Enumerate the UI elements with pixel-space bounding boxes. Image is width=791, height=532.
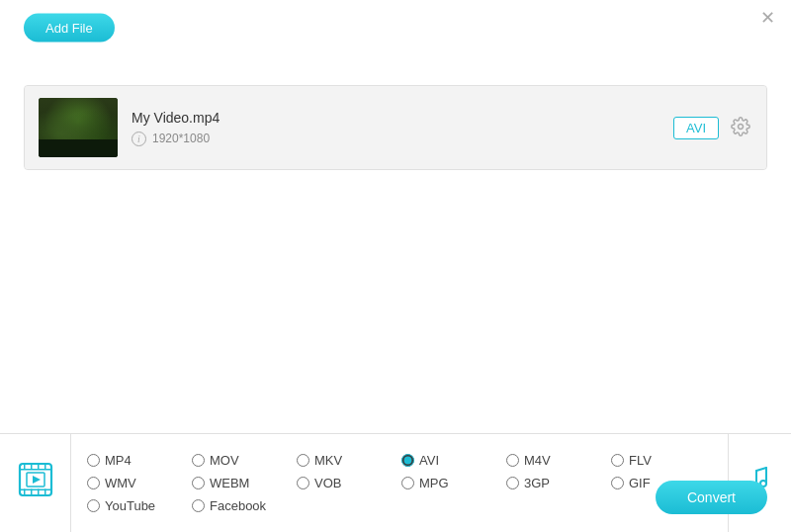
format-option-webm[interactable]: WEBM	[192, 476, 293, 490]
convert-button[interactable]: Convert	[656, 481, 767, 514]
main-content	[0, 170, 791, 457]
svg-rect-10	[38, 488, 40, 495]
format-option-3gp[interactable]: 3GP	[506, 476, 607, 490]
format-label-m4v: M4V	[524, 453, 551, 468]
format-label-vob: VOB	[314, 476, 341, 490]
format-label-3gp: 3GP	[524, 476, 550, 490]
format-label-gif: GIF	[629, 476, 651, 490]
file-info: My Video.mp4 i 1920*1080	[132, 110, 673, 146]
film-icon	[17, 461, 54, 506]
format-option-mov[interactable]: MOV	[192, 453, 293, 468]
format-option-youtube[interactable]: YouTube	[87, 498, 188, 513]
format-label-avi: AVI	[419, 453, 439, 468]
format-option-avi[interactable]: AVI	[401, 453, 502, 468]
format-badge[interactable]: AVI	[673, 117, 719, 139]
file-thumbnail	[39, 98, 118, 157]
format-label-mkv: MKV	[314, 453, 342, 468]
format-label-youtube: YouTube	[105, 498, 155, 513]
svg-rect-11	[44, 488, 46, 495]
file-name: My Video.mp4	[132, 110, 673, 126]
file-list: My Video.mp4 i 1920*1080 AVI	[24, 85, 767, 170]
format-label-wmv: WMV	[105, 476, 136, 490]
format-label-mpg: MPG	[419, 476, 449, 490]
file-resolution: 1920*1080	[152, 132, 210, 145]
info-icon: i	[132, 132, 146, 146]
svg-rect-8	[24, 488, 26, 495]
format-option-mp4[interactable]: MP4	[87, 453, 188, 468]
svg-rect-5	[31, 464, 33, 470]
format-icon-box	[0, 434, 71, 532]
file-actions: AVI	[673, 115, 752, 141]
format-option-facebook[interactable]: Facebook	[192, 498, 293, 513]
file-item: My Video.mp4 i 1920*1080 AVI	[25, 86, 766, 169]
title-bar: ✕	[0, 0, 791, 36]
format-option-wmv[interactable]: WMV	[87, 476, 188, 490]
format-label-facebook: Facebook	[210, 498, 266, 513]
format-options: MP4 MOV MKV AVI M4V FLV WMV WEBM	[71, 443, 728, 523]
format-option-m4v[interactable]: M4V	[506, 453, 607, 468]
svg-point-0	[739, 124, 744, 129]
svg-marker-13	[33, 476, 41, 484]
format-label-webm: WEBM	[210, 476, 249, 490]
format-label-flv: FLV	[629, 453, 652, 468]
svg-rect-6	[38, 464, 40, 470]
svg-rect-4	[24, 464, 26, 470]
format-option-mpg[interactable]: MPG	[401, 476, 502, 490]
settings-button[interactable]	[729, 115, 752, 141]
format-label-mov: MOV	[210, 453, 239, 468]
close-button[interactable]: ✕	[756, 7, 779, 29]
add-file-button[interactable]: Add File	[24, 14, 115, 43]
svg-rect-9	[31, 488, 33, 495]
file-meta: i 1920*1080	[132, 132, 673, 146]
format-option-vob[interactable]: VOB	[297, 476, 397, 490]
format-label-mp4: MP4	[105, 453, 132, 468]
format-option-mkv[interactable]: MKV	[297, 453, 397, 468]
format-option-flv[interactable]: FLV	[611, 453, 712, 468]
svg-rect-7	[44, 464, 46, 470]
